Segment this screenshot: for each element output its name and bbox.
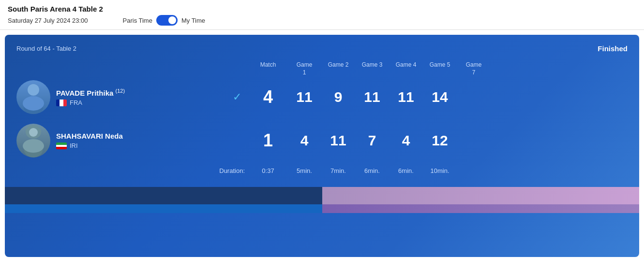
event-date: Saturday 27 July 2024 23:00 bbox=[8, 17, 88, 24]
card-header: Round of 64 - Table 2 Finished bbox=[16, 44, 628, 53]
player1-game3: 11 bbox=[355, 89, 389, 105]
player2-country-code: IRI bbox=[70, 142, 78, 149]
duration-game5: 10min. bbox=[423, 167, 457, 174]
svg-point-7 bbox=[23, 139, 44, 153]
column-headers: Match Game1 Game 2 Game 3 Game 4 Game 5 … bbox=[16, 61, 628, 76]
player2-game5: 12 bbox=[423, 132, 457, 149]
match-status: Finished bbox=[598, 44, 628, 53]
duration-game3: 6min. bbox=[355, 167, 389, 174]
page-header: South Paris Arena 4 Table 2 Saturday 27 … bbox=[0, 0, 644, 30]
player2-name: SHAHSAVARI Neda bbox=[56, 132, 123, 140]
player1-avatar bbox=[16, 80, 50, 114]
col-player bbox=[16, 61, 249, 76]
col-game3: Game 3 bbox=[355, 61, 389, 76]
bottom-bars bbox=[5, 187, 639, 204]
round-label: Round of 64 - Table 2 bbox=[16, 45, 76, 52]
player2-avatar bbox=[16, 124, 50, 157]
svg-point-5 bbox=[29, 128, 38, 137]
col-game6: Game7 bbox=[457, 61, 491, 76]
strip-purple bbox=[322, 204, 640, 213]
col-match: Match bbox=[249, 61, 287, 76]
venue-title: South Paris Arena 4 Table 2 bbox=[8, 5, 636, 13]
svg-point-0 bbox=[28, 84, 39, 96]
player1-flag bbox=[56, 100, 67, 106]
duration-row: Duration: 0:37 5min. 7min. 6min. 6min. 1… bbox=[16, 167, 628, 182]
player1-country: FRA bbox=[56, 99, 125, 106]
duration-label: Duration: bbox=[16, 167, 249, 174]
col-game5: Game 5 bbox=[423, 61, 457, 76]
svg-point-2 bbox=[23, 96, 44, 111]
strip-blue bbox=[5, 204, 322, 213]
col-game4: Game 4 bbox=[389, 61, 423, 76]
player2-info: SHAHSAVARI Neda IRI bbox=[16, 124, 249, 157]
player2-country: IRI bbox=[56, 142, 123, 149]
player2-game2: 11 bbox=[321, 132, 355, 149]
match-card: Round of 64 - Table 2 Finished Match Gam… bbox=[5, 35, 639, 257]
bar-blue bbox=[5, 187, 322, 204]
time-toggle-container: Paris Time My Time bbox=[123, 15, 206, 26]
player2-row: SHAHSAVARI Neda IRI 1 4 11 7 4 12 bbox=[16, 124, 628, 157]
bottom-strip bbox=[5, 204, 639, 213]
duration-game1: 5min. bbox=[287, 167, 321, 174]
player1-name: PAVADE Prithika (12) bbox=[56, 88, 125, 97]
player1-match-score: 4 bbox=[249, 87, 287, 107]
player1-game2: 9 bbox=[321, 89, 355, 105]
player2-match-score: 1 bbox=[249, 130, 287, 151]
time-toggle[interactable] bbox=[156, 15, 178, 26]
player1-game4: 11 bbox=[389, 89, 423, 105]
header-sub: Saturday 27 July 2024 23:00 Paris Time M… bbox=[8, 15, 636, 26]
my-time-label: My Time bbox=[181, 17, 205, 24]
duration-game2: 7min. bbox=[321, 167, 355, 174]
player1-info: PAVADE Prithika (12) FRA ✓ bbox=[16, 80, 249, 114]
player2-game1: 4 bbox=[287, 132, 321, 149]
col-game2: Game 2 bbox=[321, 61, 355, 76]
player2-flag bbox=[56, 143, 67, 149]
player1-details: PAVADE Prithika (12) FRA bbox=[56, 88, 125, 106]
duration-game4: 6min. bbox=[389, 167, 423, 174]
player1-game5: 14 bbox=[423, 89, 457, 105]
player2-game3: 7 bbox=[355, 132, 389, 149]
bar-pink bbox=[322, 187, 640, 204]
winner-icon: ✓ bbox=[230, 90, 244, 104]
player1-game1: 11 bbox=[287, 89, 321, 105]
player2-details: SHAHSAVARI Neda IRI bbox=[56, 132, 123, 149]
duration-total: 0:37 bbox=[249, 167, 287, 174]
col-game1: Game1 bbox=[287, 61, 321, 76]
player1-country-code: FRA bbox=[70, 99, 82, 106]
player2-game4: 4 bbox=[389, 132, 423, 149]
paris-time-label: Paris Time bbox=[123, 17, 152, 24]
player1-row: PAVADE Prithika (12) FRA ✓ 4 11 9 11 11 … bbox=[16, 80, 628, 114]
